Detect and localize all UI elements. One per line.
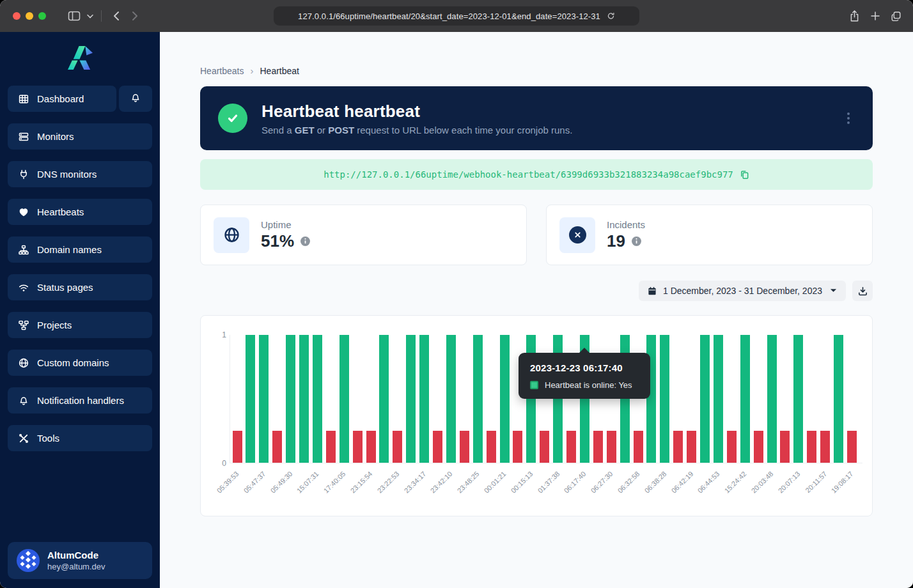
sidebar-toggle-icon[interactable] — [65, 7, 83, 25]
calendar-icon — [648, 286, 657, 296]
sidebar-item-monitors[interactable]: Monitors — [8, 123, 152, 150]
sidebar-item-domain-names[interactable]: Domain names — [8, 236, 152, 263]
sidebar-item-label: Dashboard — [37, 93, 84, 104]
chart-bar[interactable] — [233, 431, 242, 463]
chart-bar[interactable] — [566, 431, 576, 463]
zoom-window-button[interactable] — [38, 12, 46, 20]
chart-bar[interactable] — [246, 335, 255, 463]
sidebar: Dashboard MonitorsDNS monitorsHeartbeats… — [0, 32, 160, 588]
chart-bar[interactable] — [727, 431, 737, 463]
x-tick-label: 23:34:17 — [402, 470, 427, 495]
chart-bar[interactable] — [326, 431, 336, 463]
chart-bar[interactable] — [660, 335, 669, 463]
sidebar-item-status-pages[interactable]: Status pages — [8, 274, 152, 300]
grid-icon — [19, 94, 29, 104]
chart-bar[interactable] — [366, 431, 376, 463]
chart-bar[interactable] — [259, 335, 269, 463]
chart-bar[interactable] — [353, 431, 363, 463]
info-icon[interactable] — [631, 236, 642, 247]
chart-bar[interactable] — [847, 431, 857, 463]
chart-bar[interactable] — [419, 335, 429, 463]
y-tick-label: 0 — [212, 459, 226, 468]
chart-bar[interactable] — [740, 335, 750, 463]
copy-icon[interactable] — [740, 170, 749, 180]
chart-bar[interactable] — [379, 335, 389, 463]
chart-bar[interactable] — [714, 335, 723, 463]
x-tick-label: 15:24:42 — [723, 470, 748, 495]
chart-bar[interactable] — [780, 431, 790, 463]
chart-bar[interactable] — [513, 431, 522, 463]
chart-bar[interactable] — [473, 335, 483, 463]
chart-bar[interactable] — [754, 431, 763, 463]
new-tab-icon[interactable] — [870, 11, 880, 21]
chart-bar[interactable] — [687, 431, 696, 463]
chart-bar[interactable] — [299, 335, 309, 463]
chart-bar[interactable] — [286, 335, 295, 463]
sidebar-item-label: Tools — [37, 433, 59, 444]
chart-bar[interactable] — [339, 335, 349, 463]
sidebar-nav: Dashboard MonitorsDNS monitorsHeartbeats… — [0, 86, 160, 451]
date-range-picker[interactable]: 1 December, 2023 - 31 December, 2023 — [639, 281, 846, 301]
chart-bar[interactable] — [446, 335, 456, 463]
app-logo — [65, 45, 95, 71]
x-tick-label: 23:48:25 — [456, 470, 481, 495]
x-tick-label: 20:11:57 — [804, 470, 828, 494]
minimize-window-button[interactable] — [26, 12, 33, 20]
chart-bar[interactable] — [820, 431, 830, 463]
traffic-lights — [13, 12, 46, 20]
chart-bar[interactable] — [607, 431, 616, 463]
share-icon[interactable] — [849, 10, 860, 22]
address-bar[interactable]: 127.0.0.1/66uptime/heartbeat/20&start_da… — [274, 6, 639, 26]
back-icon[interactable] — [107, 7, 125, 25]
breadcrumb-heartbeats-link[interactable]: Heartbeats — [200, 66, 244, 76]
kebab-menu-icon[interactable] — [843, 109, 854, 128]
download-icon — [858, 286, 868, 296]
reload-icon[interactable] — [607, 12, 615, 20]
user-card[interactable]: AltumCode hey@altum.dev — [8, 542, 152, 579]
sidebar-item-tools[interactable]: Tools — [8, 425, 152, 451]
heartbeat-chart: 1 0 05:39:5305:47:3705:49:3015:07:3117:4… — [200, 315, 873, 516]
chevron-down-icon[interactable] — [84, 7, 96, 25]
chart-bar[interactable] — [807, 431, 816, 463]
download-report-button[interactable] — [852, 281, 873, 301]
subtitle-get: GET — [295, 125, 315, 135]
notifications-button[interactable] — [119, 86, 152, 112]
sidebar-item-notification-handlers[interactable]: Notification handlers — [8, 387, 152, 414]
chart-tooltip: 2023-12-23 06:17:40 Heartbeat is online:… — [519, 353, 650, 399]
chart-bar[interactable] — [500, 335, 510, 463]
chart-bar[interactable] — [406, 335, 416, 463]
chart-bar[interactable] — [673, 431, 683, 463]
tab-overview-icon[interactable] — [891, 11, 901, 22]
globe-icon — [19, 358, 29, 368]
chart-bar[interactable] — [834, 335, 843, 463]
info-icon[interactable] — [300, 236, 311, 247]
chart-bar[interactable] — [700, 335, 710, 463]
chart-bar[interactable] — [540, 431, 549, 463]
sidebar-item-heartbeats[interactable]: Heartbeats — [8, 199, 152, 225]
chart-bar[interactable] — [634, 431, 643, 463]
chart-bar[interactable] — [433, 431, 442, 463]
chart-bar[interactable] — [593, 431, 603, 463]
sidebar-item-projects[interactable]: Projects — [8, 312, 152, 338]
chart-bar[interactable] — [793, 335, 803, 463]
close-window-button[interactable] — [13, 12, 20, 20]
sidebar-item-dns-monitors[interactable]: DNS monitors — [8, 161, 152, 187]
webhook-url-banner: http://127.0.0.1/66uptime/webhook-heartb… — [200, 159, 873, 190]
subtitle-post: POST — [328, 125, 354, 135]
chart-bar[interactable] — [767, 335, 777, 463]
incidents-value: 19 — [607, 231, 625, 251]
chart-bar[interactable] — [272, 431, 282, 463]
chart-bar[interactable] — [393, 431, 402, 463]
sidebar-item-label: Status pages — [37, 282, 93, 293]
forward-icon[interactable] — [126, 7, 144, 25]
sidebar-item-dashboard[interactable]: Dashboard — [8, 86, 116, 112]
sitemap-icon — [19, 245, 29, 255]
sidebar-item-label: DNS monitors — [37, 169, 97, 180]
subtitle-text: request to URL below each time your cron… — [354, 125, 572, 135]
chart-bar[interactable] — [313, 335, 322, 463]
chart-bar[interactable] — [487, 431, 496, 463]
tooltip-title: 2023-12-23 06:17:40 — [530, 362, 639, 373]
sidebar-item-custom-domains[interactable]: Custom domains — [8, 350, 152, 376]
breadcrumb: Heartbeats › Heartbeat — [200, 65, 873, 76]
chart-bar[interactable] — [460, 431, 469, 463]
